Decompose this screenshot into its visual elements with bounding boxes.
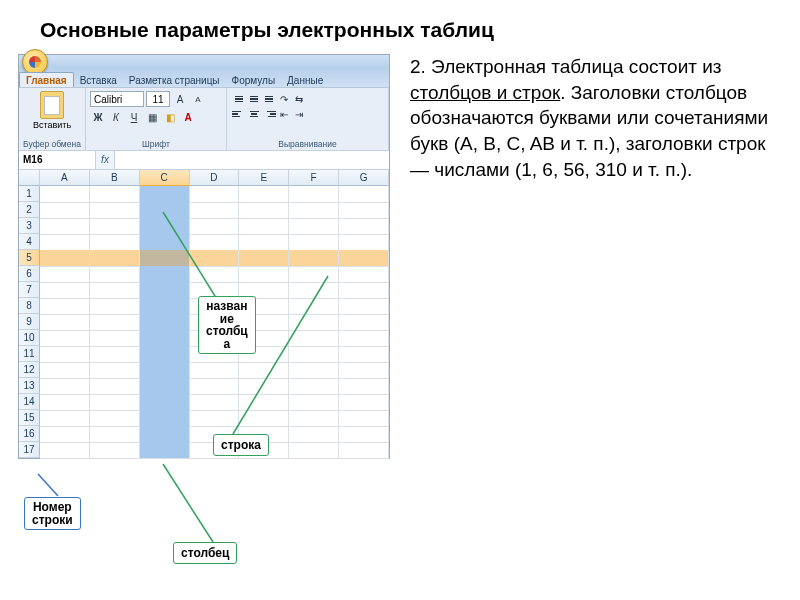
page-title: Основные параметры электронных таблиц bbox=[0, 0, 800, 54]
illustration-panel: Главная Вставка Разметка страницы Формул… bbox=[18, 54, 398, 554]
description-text: 2. Электронная таблица состоит из столбц… bbox=[410, 54, 788, 182]
callout-row-number: Номер строки bbox=[24, 497, 81, 530]
callout-column: столбец bbox=[173, 542, 237, 564]
callout-row: строка bbox=[213, 434, 269, 456]
callout-column-name: назван ие столбц а bbox=[198, 296, 256, 354]
